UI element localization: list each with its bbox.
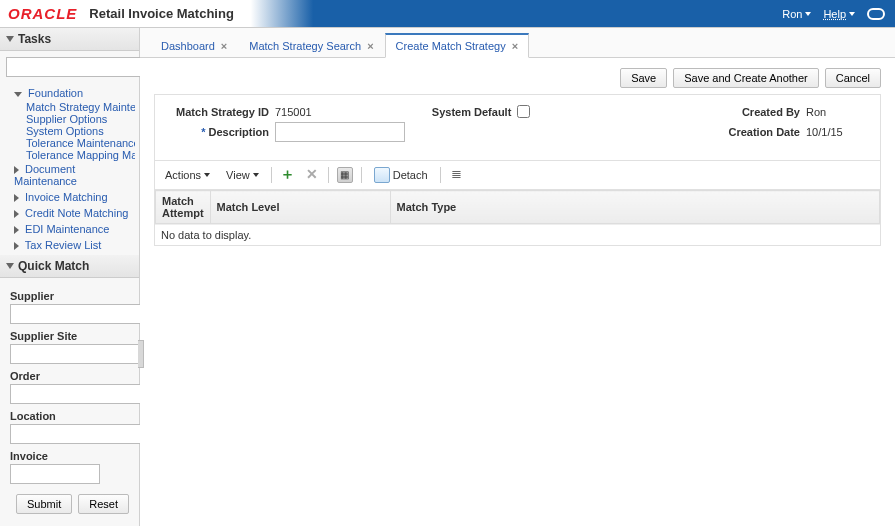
tree-child-match-strategy[interactable]: Match Strategy Maintenance xyxy=(4,101,135,113)
sidebar-collapse-handle[interactable] xyxy=(138,340,144,368)
invoice-input[interactable] xyxy=(10,464,100,484)
separator xyxy=(271,167,272,183)
tasks-panel-header[interactable]: Tasks xyxy=(0,28,139,51)
match-strategy-id-value: 715001 xyxy=(275,106,335,118)
page-actions: Save Save and Create Another Cancel xyxy=(154,68,881,88)
col-match-level[interactable]: Match Level xyxy=(210,191,390,224)
tree-child-tolerance-mapping[interactable]: Tolerance Mapping Maintena xyxy=(4,149,135,161)
sidebar: Tasks 🔍 Foundation Match Strategy Mainte… xyxy=(0,28,140,526)
tree-label: Tax Review List xyxy=(25,239,101,251)
tree-node-tax-review[interactable]: Tax Review List xyxy=(4,237,135,253)
task-tree: Foundation Match Strategy Maintenance Su… xyxy=(0,83,139,255)
tab-label: Create Match Strategy xyxy=(396,40,506,52)
global-menu: Ron Help xyxy=(772,8,895,20)
tree-child-supplier-options[interactable]: Supplier Options xyxy=(4,113,135,125)
detach-button[interactable]: Detach xyxy=(370,165,432,185)
chevron-down-icon xyxy=(253,173,259,177)
col-match-attempt[interactable]: Match Attempt xyxy=(156,191,211,224)
creation-date-value: 10/1/15 xyxy=(806,126,866,138)
user-label: Ron xyxy=(782,8,802,20)
edit-icon[interactable]: ▦ xyxy=(337,167,353,183)
disclose-icon xyxy=(6,263,14,269)
tree-node-credit-note[interactable]: Credit Note Matching xyxy=(4,205,135,221)
col-match-type[interactable]: Match Type xyxy=(390,191,879,224)
match-attempts-grid: Match Attempt Match Level Match Type No … xyxy=(154,190,881,246)
add-icon[interactable]: ＋ xyxy=(280,167,296,183)
close-icon[interactable]: × xyxy=(367,40,373,52)
chevron-down-icon xyxy=(805,12,811,16)
match-strategy-id-label: Match Strategy ID xyxy=(169,106,269,118)
tab-dashboard[interactable]: Dashboard × xyxy=(150,33,238,58)
grid-toolbar: Actions View ＋ ✕ ▦ Detach ≣ xyxy=(154,161,881,190)
detach-icon xyxy=(374,167,390,183)
detach-label: Detach xyxy=(393,169,428,181)
tasks-title: Tasks xyxy=(18,32,51,46)
submit-button[interactable]: Submit xyxy=(16,494,72,514)
system-default-label: System Default xyxy=(411,106,511,118)
reset-button[interactable]: Reset xyxy=(78,494,129,514)
actions-label: Actions xyxy=(165,169,201,181)
grid-header-row: Match Attempt Match Level Match Type xyxy=(156,191,880,224)
chevron-down-icon xyxy=(204,173,210,177)
tree-node-edi[interactable]: EDI Maintenance xyxy=(4,221,135,237)
system-default-checkbox[interactable] xyxy=(517,105,530,118)
tab-create-match-strategy[interactable]: Create Match Strategy × xyxy=(385,33,530,58)
expander-open-icon xyxy=(14,92,22,97)
oracle-logo: ORACLE xyxy=(0,5,85,22)
separator xyxy=(440,167,441,183)
chevron-down-icon xyxy=(849,12,855,16)
actions-menu[interactable]: Actions xyxy=(161,167,214,183)
disclose-icon xyxy=(6,36,14,42)
task-search-row: 🔍 xyxy=(0,51,139,83)
expander-closed-icon xyxy=(14,226,19,234)
delete-icon[interactable]: ✕ xyxy=(304,167,320,183)
quick-match-body: Supplier Supplier Site Order Location In… xyxy=(0,278,139,520)
tree-child-system-options[interactable]: System Options xyxy=(4,125,135,137)
tree-node-foundation[interactable]: Foundation xyxy=(4,85,135,101)
view-menu[interactable]: View xyxy=(222,167,263,183)
expander-closed-icon xyxy=(14,194,19,202)
tab-match-strategy-search[interactable]: Match Strategy Search × xyxy=(238,33,384,58)
separator xyxy=(328,167,329,183)
supplier-label: Supplier xyxy=(10,290,129,302)
wrap-icon[interactable]: ≣ xyxy=(449,167,465,183)
save-create-another-button[interactable]: Save and Create Another xyxy=(673,68,819,88)
oracle-ring-icon xyxy=(867,8,885,20)
tree-label: Document Maintenance xyxy=(14,163,77,187)
tree-node-document[interactable]: Document Maintenance xyxy=(4,161,135,189)
tab-content: Save Save and Create Another Cancel Matc… xyxy=(140,58,895,526)
invoice-label: Invoice xyxy=(10,450,129,462)
order-label: Order xyxy=(10,370,129,382)
form-region: Match Strategy ID 715001 System Default … xyxy=(154,94,881,161)
description-input[interactable] xyxy=(275,122,405,142)
tree-label: EDI Maintenance xyxy=(25,223,109,235)
global-header: ORACLE Retail Invoice Matching Ron Help xyxy=(0,0,895,28)
supplier-site-label: Supplier Site xyxy=(10,330,129,342)
tree-label: Credit Note Matching xyxy=(25,207,128,219)
tree-child-tolerance-maint[interactable]: Tolerance Maintenance xyxy=(4,137,135,149)
save-button[interactable]: Save xyxy=(620,68,667,88)
close-icon[interactable]: × xyxy=(221,40,227,52)
view-label: View xyxy=(226,169,250,181)
expander-closed-icon xyxy=(14,242,19,250)
help-menu[interactable]: Help xyxy=(823,8,855,20)
tab-label: Dashboard xyxy=(161,40,215,52)
tree-node-invoice-matching[interactable]: Invoice Matching xyxy=(4,189,135,205)
created-by-value: Ron xyxy=(806,106,866,118)
created-by-label: Created By xyxy=(700,106,800,118)
app-title: Retail Invoice Matching xyxy=(89,6,233,21)
quick-match-title: Quick Match xyxy=(18,259,89,273)
close-icon[interactable]: × xyxy=(512,40,518,52)
creation-date-label: Creation Date xyxy=(700,126,800,138)
tab-label: Match Strategy Search xyxy=(249,40,361,52)
cancel-button[interactable]: Cancel xyxy=(825,68,881,88)
tree-label: Foundation xyxy=(28,87,83,99)
tree-label: Invoice Matching xyxy=(25,191,108,203)
description-label: * Description xyxy=(169,126,269,138)
location-label: Location xyxy=(10,410,129,422)
quick-match-header[interactable]: Quick Match xyxy=(0,255,139,278)
help-label: Help xyxy=(823,8,846,20)
main-region: Dashboard × Match Strategy Search × Crea… xyxy=(140,28,895,526)
user-menu[interactable]: Ron xyxy=(782,8,811,20)
separator xyxy=(361,167,362,183)
